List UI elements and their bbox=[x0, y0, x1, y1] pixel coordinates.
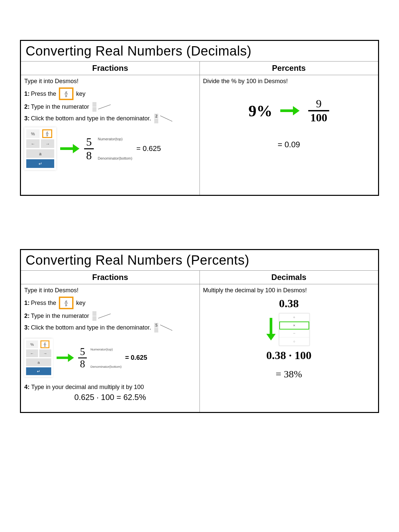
pointer-arrow-icon bbox=[160, 325, 173, 331]
numerator-cell bbox=[92, 102, 96, 107]
keypad-arrow-left-key: ← bbox=[26, 349, 38, 357]
step-text-after: key bbox=[76, 300, 85, 307]
operation-picker: + × − ÷ bbox=[279, 313, 310, 346]
col-fractions: Fractions Type it into Desmos! 1: Press … bbox=[21, 62, 200, 195]
step-num: 3: bbox=[24, 324, 30, 331]
arrow-right-icon bbox=[57, 355, 74, 360]
denominator-label: Denominator(bottom) bbox=[98, 156, 132, 160]
op-plus: + bbox=[279, 314, 309, 322]
keypad-fraction-key: a b bbox=[42, 129, 52, 138]
keypad-example-row: % a b ← → a bbox=[24, 338, 179, 377]
step-num: 2: bbox=[24, 103, 30, 110]
desmos-keypad: % a b ← → a bbox=[24, 127, 56, 170]
card-title: Converting Real Numbers (Decimals) bbox=[21, 41, 378, 62]
frac-key-b: b bbox=[65, 94, 68, 98]
op-divide: ÷ bbox=[279, 337, 309, 345]
step-text: Click the bottom and type in the denomin… bbox=[31, 115, 151, 122]
col-body: Divide the % by 100 in Desmos! 9% 9 100 … bbox=[200, 75, 378, 195]
step-4: 4: Type in your decimal and multiply it … bbox=[24, 384, 196, 391]
numerator-label: Numerator(top) bbox=[98, 137, 132, 141]
step-4-equation: 0.625 · 100 = 62.5% bbox=[24, 393, 196, 402]
result-value: = 0.625 bbox=[125, 354, 147, 361]
col-header-percents: Percents bbox=[200, 62, 378, 75]
step-text: Type in your decimal and multiply it by … bbox=[31, 384, 144, 390]
pointer-arrow-icon bbox=[160, 116, 173, 122]
step-3: 3: Click the bottom and type in the deno… bbox=[24, 114, 196, 123]
fraction-key-icon: a b bbox=[59, 87, 73, 100]
desmos-keypad: % a b ← → a bbox=[24, 338, 53, 377]
col-body: Type it into Desmos! 1: Press the a b ke… bbox=[21, 284, 200, 412]
denominator-cell bbox=[154, 328, 158, 332]
fraction-denominator: 8 bbox=[84, 148, 94, 161]
pointer-arrow-icon bbox=[98, 104, 111, 109]
fraction-denominator: 8 bbox=[78, 357, 87, 369]
step-num: 1: bbox=[24, 90, 30, 97]
op-minus: − bbox=[279, 330, 309, 337]
frac-key-a: a bbox=[65, 90, 68, 94]
col-header-fractions: Fractions bbox=[21, 271, 200, 284]
fraction-numerator: 5 bbox=[78, 346, 87, 357]
keypad-percent-key: % bbox=[26, 340, 38, 348]
arrow-right-icon bbox=[280, 108, 300, 113]
step-text: Type in the numerator bbox=[31, 313, 89, 320]
decimal-value: 0.38 bbox=[279, 297, 299, 310]
example-fraction: 5 8 bbox=[84, 136, 94, 161]
fraction-key-icon: a b bbox=[59, 297, 73, 309]
multiplication-expression: 0.38 · 100 bbox=[266, 349, 312, 362]
col-body: Type it into Desmos! 1: Press the a b ke… bbox=[21, 75, 200, 195]
fraction-numerator: 5 bbox=[84, 136, 94, 148]
keypad-enter-key: ↵ bbox=[26, 159, 54, 168]
mini-fraction-input-icon: 5 bbox=[154, 323, 158, 332]
step-1: 1: Press the a b key bbox=[24, 297, 196, 309]
intro-text: Divide the % by 100 in Desmos! bbox=[203, 78, 375, 85]
step-num: 3: bbox=[24, 115, 30, 122]
step-text: Press the bbox=[31, 300, 56, 307]
keypad-percent-key: % bbox=[26, 129, 40, 138]
numerator-cell bbox=[92, 311, 96, 316]
result-value: = 0.09 bbox=[203, 140, 375, 149]
intro-text: Type it into Desmos! bbox=[24, 287, 196, 294]
card-decimals: Converting Real Numbers (Decimals) Fract… bbox=[20, 40, 379, 196]
keypad-arrow-right-key: → bbox=[41, 139, 54, 148]
step-2: 2: Type in the numerator bbox=[24, 311, 196, 321]
fraction-annotations: Numerator(top) Denominator(bottom) bbox=[90, 347, 122, 368]
keypad-arrow-left-key: ← bbox=[26, 139, 40, 148]
numerator-cell: 2 bbox=[154, 114, 158, 118]
arrow-right-icon bbox=[60, 146, 80, 151]
denominator-cell bbox=[92, 107, 96, 112]
step-3: 3: Click the bottom and type in the deno… bbox=[24, 323, 196, 332]
step-2: 2: Type in the numerator bbox=[24, 102, 196, 112]
col-body: Multiply the decimal by 100 in Desmos! 0… bbox=[200, 284, 378, 404]
denominator-cell bbox=[92, 316, 96, 321]
decimal-flow: 0.38 + × − ÷ 0.38 · 100 = 38% bbox=[203, 297, 375, 380]
percent-to-fraction-row: 9% 9 100 bbox=[203, 98, 375, 123]
card-title: Converting Real Numbers (Percents) bbox=[21, 250, 378, 271]
fraction-numerator: 9 bbox=[314, 98, 324, 110]
pointer-arrow-icon bbox=[98, 314, 111, 319]
result-value: = 0.625 bbox=[136, 144, 161, 153]
step-text: Click the bottom and type in the denomin… bbox=[31, 324, 151, 331]
keypad-a-key: a bbox=[26, 149, 54, 158]
mini-fraction-input-icon bbox=[92, 311, 96, 321]
numerator-cell: 5 bbox=[154, 323, 158, 328]
mini-fraction-input-icon: 2 bbox=[154, 114, 158, 123]
denominator-label: Denominator(bottom) bbox=[90, 365, 122, 368]
keypad-a-key: a bbox=[26, 358, 51, 366]
fraction-denominator: 100 bbox=[308, 110, 329, 123]
intro-text: Multiply the decimal by 100 in Desmos! bbox=[203, 287, 375, 294]
keypad-example-row: % a b ← → a bbox=[24, 127, 196, 170]
step-num: 4: bbox=[24, 384, 30, 390]
op-times-selected: × bbox=[279, 322, 309, 330]
arrow-down-icon bbox=[268, 318, 274, 341]
col-fractions: Fractions Type it into Desmos! 1: Press … bbox=[21, 271, 200, 412]
step-1: 1: Press the a b key bbox=[24, 87, 196, 100]
columns: Fractions Type it into Desmos! 1: Press … bbox=[21, 271, 378, 412]
keypad-enter-key: ↵ bbox=[26, 367, 51, 375]
col-decimals: Decimals Multiply the decimal by 100 in … bbox=[200, 271, 378, 412]
keypad-arrow-right-key: → bbox=[39, 349, 51, 357]
result-value: = 38% bbox=[276, 368, 302, 380]
example-fraction: 9 100 bbox=[308, 98, 329, 123]
fraction-annotations: Numerator(top) Denominator(bottom) bbox=[98, 137, 132, 160]
columns: Fractions Type it into Desmos! 1: Press … bbox=[21, 62, 378, 195]
col-percents: Percents Divide the % by 100 in Desmos! … bbox=[200, 62, 378, 195]
